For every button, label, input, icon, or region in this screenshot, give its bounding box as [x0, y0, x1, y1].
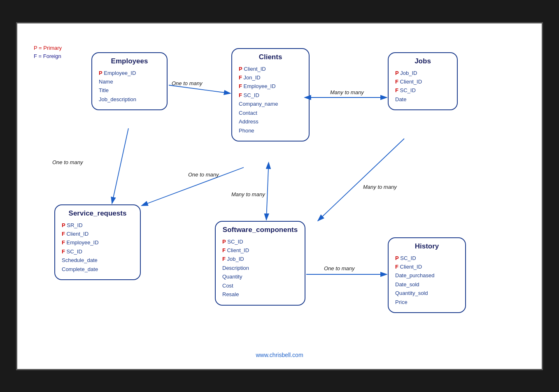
table-history: History P SC_ID F Client_ID Date_purchas… — [388, 237, 466, 313]
service-field-2: F Client_ID — [62, 230, 133, 238]
history-field-6: Price — [395, 298, 459, 306]
diagram-area: P = Primary F = Foreign Employees P Empl… — [30, 36, 529, 348]
software-field-7: Resale — [222, 290, 298, 299]
arrow-emp-service — [112, 128, 128, 204]
jobs-title: Jobs — [395, 57, 450, 65]
table-clients: Clients P Client_ID F Jon_ID F Employee_… — [231, 48, 310, 142]
clients-field-8: Phone — [239, 126, 302, 135]
employees-field-4: Job_description — [99, 95, 160, 104]
software-field-5: Quantity — [222, 272, 298, 281]
legend-f-label: F = Foreign — [34, 53, 61, 59]
arrow-jobs-software — [318, 139, 404, 221]
footer-url: www.chrisbell.com — [30, 352, 529, 361]
employees-field-1: P Employee_ID — [99, 69, 160, 77]
jobs-field-2: F Client_ID — [395, 77, 450, 86]
software-field-1: P SC_ID — [222, 237, 298, 246]
clients-field-7: Address — [239, 117, 302, 126]
history-field-1: P SC_ID — [395, 254, 459, 262]
jobs-field-4: Date — [395, 95, 450, 104]
label-emp-service: One to many — [52, 159, 83, 165]
history-title: History — [395, 242, 459, 251]
service-title: Service_requests — [62, 209, 133, 218]
history-field-4: Date_sold — [395, 280, 459, 289]
software-field-4: Description — [222, 264, 298, 272]
clients-field-3: F Employee_ID — [239, 82, 302, 90]
software-title: Software_components — [222, 226, 298, 234]
label-jobs-software: Many to many — [363, 184, 397, 190]
software-field-6: Cost — [222, 281, 298, 290]
clients-field-4: F SC_ID — [239, 91, 302, 100]
legend-p-label: P = Primary — [34, 45, 62, 51]
clients-field-2: F Jon_ID — [239, 73, 302, 82]
table-employees: Employees P Employee_ID Name Title Job_d… — [91, 52, 168, 111]
label-emp-clients: One to many — [172, 80, 202, 86]
service-field-5: Schedule_date — [62, 256, 133, 264]
legend: P = Primary F = Foreign — [34, 44, 62, 61]
clients-field-1: P Client_ID — [239, 65, 302, 73]
service-field-1: P SR_ID — [62, 221, 133, 230]
jobs-field-1: P Job_ID — [395, 69, 450, 77]
clients-field-5: Company_name — [239, 100, 302, 108]
software-field-3: F Job_ID — [222, 255, 298, 263]
service-field-4: F SC_ID — [62, 247, 133, 256]
employees-field-2: Name — [99, 77, 160, 86]
employees-field-3: Title — [99, 86, 160, 95]
label-clients-jobs: Many to many — [330, 89, 364, 95]
history-field-3: Date_purchased — [395, 271, 459, 280]
arrow-emp-clients — [169, 85, 231, 93]
service-field-6: Complete_date — [62, 265, 133, 274]
service-field-3: F Employee_ID — [62, 238, 133, 247]
table-service-requests: Service_requests P SR_ID F Client_ID F E… — [54, 204, 141, 281]
history-field-5: Quantity_sold — [395, 289, 459, 297]
clients-field-6: Contact — [239, 109, 302, 117]
jobs-field-3: F SC_ID — [395, 86, 450, 95]
software-field-2: F Client_ID — [222, 246, 298, 255]
diagram-frame: P = Primary F = Foreign Employees P Empl… — [16, 22, 543, 370]
label-clients-software: Many to many — [231, 191, 265, 197]
clients-title: Clients — [239, 53, 302, 61]
arrow-clients-software — [266, 168, 268, 220]
employees-title: Employees — [99, 57, 160, 65]
table-jobs: Jobs P Job_ID F Client_ID F SC_ID Date — [388, 52, 458, 111]
table-software-components: Software_components P SC_ID F Client_ID … — [215, 221, 305, 306]
history-field-2: F Client_ID — [395, 262, 459, 271]
label-clients-service: One to many — [188, 172, 219, 178]
label-software-history: One to many — [324, 265, 354, 271]
